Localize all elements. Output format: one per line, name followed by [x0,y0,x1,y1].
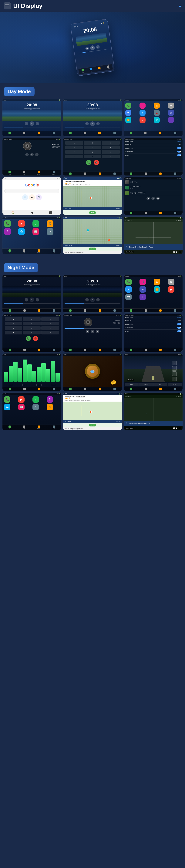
nplay-bm[interactable]: ⏸ [91,330,94,333]
app-bt[interactable]: BT [168,110,174,116]
nplay-1[interactable]: ⏸ [30,298,34,302]
next-bt[interactable]: ⏭ [35,153,38,156]
cp-next[interactable]: ⏭ [179,251,181,253]
nnav-b-ag[interactable] [144,309,147,312]
nag-wifi[interactable]: 📶 [154,286,160,292]
nprev-bm[interactable]: ⏮ [86,330,89,333]
nnav-b-c[interactable] [23,349,26,351]
ag2-weather[interactable]: 🌤 [18,228,25,235]
nns-3[interactable]: FAV [153,383,167,386]
nnav-d-ag[interactable] [130,309,132,312]
nnav-b-bs[interactable] [144,349,147,351]
google-search[interactable] [4,189,59,193]
nprev-1[interactable]: ⏮ [25,298,28,302]
menu-icon[interactable] [4,2,11,9]
nav-b-bt[interactable]: BT [23,171,25,175]
nav-bt[interactable]: BT [89,68,92,72]
nd-3[interactable]: 3 [41,317,59,321]
play-bt[interactable]: ⏸ [30,153,34,156]
nnav-b-bm[interactable] [84,349,86,351]
nnav-b-m[interactable] [84,388,86,390]
nav-a-soc[interactable] [174,212,176,214]
nag-more[interactable]: + [139,294,146,300]
nnav-a-bs[interactable] [174,349,176,351]
app-phone[interactable]: 📞 [125,102,131,108]
prev-1[interactable]: ⏮ [25,122,28,125]
dial-0[interactable]: 0 [84,155,101,158]
dial-8[interactable]: 8 [84,150,101,154]
nnav-r-nv[interactable] [159,388,162,390]
app-settings[interactable]: ⚙ [168,102,174,108]
turn-right[interactable]: → [172,377,177,381]
nnav-b-2[interactable] [84,309,86,312]
waze2-go[interactable]: GO [89,248,96,250]
nd-1[interactable]: 1 [5,317,22,321]
nd-4[interactable]: 4 [5,322,22,326]
nwaze-go[interactable]: GO [89,424,96,427]
dial-3[interactable]: 3 [102,141,120,145]
dial-1[interactable]: 1 [65,141,83,145]
pw-toggle[interactable] [177,154,181,156]
nac-toggle[interactable] [177,327,181,329]
shortcut-3[interactable]: 🎵 [36,194,42,200]
nnav-d-ag2[interactable]: DIAL [8,426,11,429]
nd-0[interactable]: 0 [23,331,41,335]
nag-settings[interactable]: ⚙ [168,279,175,285]
eq-preset2[interactable]: POP [23,384,27,386]
app-more[interactable]: + [168,117,174,123]
nnav-d-1[interactable] [9,309,11,312]
nnav-a-bm[interactable] [113,349,116,351]
nnav-d-bm[interactable] [69,349,72,351]
play-btn[interactable]: ⏸ [90,45,95,50]
naa-toggle[interactable] [177,323,181,325]
ncp-prev[interactable]: ⏮ [173,427,175,429]
home-icon[interactable]: 🏠 [11,211,15,214]
nnav-d-2[interactable] [69,309,72,312]
play-2[interactable]: ⏸ [90,121,95,126]
nnav-a-2[interactable] [113,309,116,312]
nnav-d-eq[interactable] [9,388,11,390]
aa-toggle[interactable] [177,147,181,149]
nd-6[interactable]: 6 [41,322,59,326]
cp-prev[interactable]: ⏮ [173,251,175,253]
song-1[interactable]: 华语_YYY.mp4 [124,180,183,185]
app-music[interactable]: 🎵 [139,102,146,108]
call-btn[interactable]: 📞 [86,160,91,165]
nav-b-ag2[interactable]: BT [23,249,25,253]
nd-7[interactable]: 7 [5,326,22,330]
nag-music[interactable]: 🎵 [139,279,146,285]
ag2-music[interactable]: 🎵 [47,220,53,227]
nd-9[interactable]: 9 [41,326,59,330]
nag2-pod[interactable]: 🎙 [47,396,53,403]
prev-bt[interactable]: ⏮ [25,153,29,156]
nag-bt[interactable]: BT [139,286,146,292]
turn-left[interactable]: ← [172,371,177,376]
nav-r-soc[interactable] [159,212,162,214]
apps-icon[interactable]: ⬛ [49,211,52,214]
dial-4[interactable]: 4 [65,146,83,149]
end-call-btn[interactable]: 📵 [94,160,99,165]
dial-6[interactable]: 6 [102,146,120,149]
nnav-r-eq[interactable] [38,388,41,390]
nd-8[interactable]: 8 [23,326,41,330]
nav-r-bt[interactable]: RADIO [37,171,41,175]
nnav-r-bs[interactable] [159,349,162,351]
nav-dial-1[interactable]: DIAL [8,132,11,135]
nag2-sp[interactable]: ♪ [32,396,39,403]
nav-b-3[interactable]: BT [144,132,147,135]
prev-social[interactable]: ⏮ [147,197,150,200]
npw-toggle[interactable] [177,330,181,332]
go-button[interactable]: GO [89,211,96,214]
nnav-a-ag[interactable] [174,309,176,312]
app-video[interactable]: ▶ [139,117,146,123]
nav-a-ag2[interactable]: AUTO [52,249,55,253]
dial-5[interactable]: 5 [84,146,101,149]
nav-icon[interactable]: ≡ [179,3,181,8]
nnext-1[interactable]: ⏭ [36,298,39,302]
ncp-play[interactable]: ▶ [176,427,178,429]
nav-radio[interactable]: RADIO [98,67,101,71]
nag-maps[interactable]: 🗺 [125,294,132,300]
nnav-a-1[interactable] [53,309,55,312]
dial-9[interactable]: 9 [102,150,120,154]
nag2-pod2[interactable]: 🌤 [4,404,10,410]
